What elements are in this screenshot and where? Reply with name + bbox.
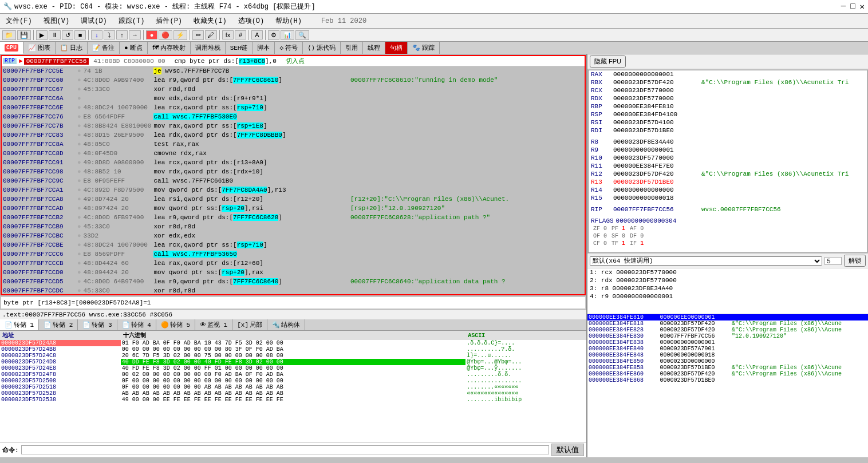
disasm-row[interactable]: 00007FF7FBF7CC7B ● 48:8B8424 E8010000 mo… xyxy=(2,121,585,130)
tb-hash[interactable]: # xyxy=(235,30,246,39)
stack-row[interactable]: 000000EE384FE838 0000000000000001 xyxy=(587,339,868,346)
menu-help[interactable]: 帮助(H) xyxy=(272,15,305,27)
memory-row[interactable]: 0000023DF57D24D8 40 DD FE F8 3D 02 00 00… xyxy=(0,359,586,365)
stack-row[interactable]: 000000EE384FE830 00007FF7FBF7CC56 "12.0.… xyxy=(587,333,868,339)
tb-settings[interactable]: ⚙ xyxy=(268,30,279,40)
tb-extra1[interactable]: 📊 xyxy=(281,30,294,40)
tb-bp[interactable]: ● xyxy=(146,30,157,39)
disasm-row[interactable]: 00007FF7FBF7CCD0 ● 48:894424 20 mov qwor… xyxy=(2,268,585,277)
disasm-row[interactable]: 00007FF7FBF7CC6E ● 48:8DC24 10070000 lea… xyxy=(2,103,585,112)
memory-dump[interactable]: 地址 十六进制 ASCII 0000023DF57D24A8 01 F0 AD … xyxy=(0,331,586,442)
quick-unlock-btn[interactable]: 解锁 xyxy=(844,255,866,267)
tab-script[interactable]: 脚本 xyxy=(252,42,275,54)
disasm-row[interactable]: 00007FF7FBF7CCDC ● 45:33C0 xor r8d,r8d xyxy=(2,286,585,294)
disasm-row[interactable]: 00007FF7FBF7CC76 ● E8 6564FDFF call wvsc… xyxy=(2,112,585,121)
disasm-row[interactable]: 00007FF7FBF7CC83 ● 48:8D15 26EF9500 lea … xyxy=(2,130,585,140)
tab-callstack[interactable]: 调用堆栈 xyxy=(191,42,226,54)
tb-restart[interactable]: ↺ xyxy=(62,30,73,40)
menu-trace[interactable]: 跟踪(T) xyxy=(115,15,148,27)
disasm-row[interactable]: 00007FF7FBF7CCA1 ● 4C:892D F8D79500 mov … xyxy=(2,185,585,195)
tab-thread[interactable]: 线程 xyxy=(363,42,385,54)
tb-step-out[interactable]: ↑ xyxy=(116,30,128,39)
memory-row[interactable]: 0000023DF57D24C8 20 6C 7D F5 3D 02 00 00… xyxy=(0,353,586,359)
tab-graph[interactable]: 📈 图表 xyxy=(23,42,56,54)
disasm-row[interactable]: 00007FF7FBF7CC8A ● 48:85C0 test rax,rax xyxy=(2,140,585,149)
rip-addr[interactable]: 00007FF7FBF7CC56 xyxy=(24,58,89,65)
tb-open[interactable]: 📁 xyxy=(2,30,16,40)
minimize-btn[interactable]: ─ xyxy=(841,2,846,11)
tb-fx[interactable]: fx xyxy=(222,30,234,39)
disasm-row[interactable]: 00007FF7FBF7CC60 ● 4C:8D0D A9B97400 lea … xyxy=(2,76,585,85)
tab-handle[interactable]: 句柄 xyxy=(385,42,408,54)
hide-fpu-btn[interactable]: 隐藏 FPU xyxy=(590,56,626,68)
tb-extra2[interactable]: 🔍 xyxy=(295,30,309,40)
ptab-struct[interactable]: 🔩 结构体 xyxy=(267,319,305,330)
disasm-row[interactable]: 00007FF7FBF7CC9C ● E8 0F95FEFF call wvsc… xyxy=(2,176,585,185)
tab-trace[interactable]: 🐾 跟踪 xyxy=(408,42,440,54)
disasm-row[interactable]: 00007FF7FBF7CCBE ● 48:8DC24 10070000 lea… xyxy=(2,240,585,250)
stack-row[interactable]: 000000EE384FE840 0000023DF57A7901 xyxy=(587,346,868,352)
disasm-row[interactable]: 00007FF7FBF7CCC6 ● E8 8569FDFF call wvsc… xyxy=(2,250,585,259)
memory-row[interactable]: 0000023DF57D2528 AB AB AB AB AB AB AB AB… xyxy=(0,390,586,397)
maximize-btn[interactable]: □ xyxy=(850,2,855,11)
memory-row[interactable]: 0000023DF57D2508 0F 00 00 00 00 00 00 00… xyxy=(0,378,586,384)
tb-stop[interactable]: ■ xyxy=(74,30,86,39)
stack-row[interactable]: 000000EE384FE858 0000023DF57D1BE0 &"C:\\… xyxy=(587,365,868,371)
stack-row[interactable]: 000000EE384FE848 0000000000000018 xyxy=(587,352,868,358)
menu-view[interactable]: 视图(V) xyxy=(40,15,73,27)
tb-font[interactable]: A xyxy=(251,30,263,39)
command-input[interactable] xyxy=(21,445,549,454)
tab-memory-map[interactable]: 🗺 内存映射 xyxy=(148,42,191,54)
tb-hw-bp[interactable]: ⚡ xyxy=(173,30,187,40)
tb-save[interactable]: 💾 xyxy=(17,30,31,40)
disasm-row[interactable]: 00007FF7FBF7CCD5 ● 4C:8D0D 64B97400 lea … xyxy=(2,277,585,286)
disasm-row[interactable]: 00007FF7FBF7CC98 ● 48:8B52 10 mov rdx,qw… xyxy=(2,167,585,176)
ptab-dump4[interactable]: 📄 转储 4 xyxy=(117,319,156,330)
tb-run[interactable]: ▶ xyxy=(36,30,48,40)
ptab-watch[interactable]: 👁 监视 1 xyxy=(195,319,232,330)
disasm-row[interactable]: 00007FF7FBF7CC6A ● mov edx,dword ptr ds:… xyxy=(2,94,585,103)
disasm-row[interactable]: 00007FF7FBF7CCBC ● 33D2 xor edx,edx xyxy=(2,231,585,240)
tab-seh[interactable]: SEH链 xyxy=(226,42,253,54)
memory-row[interactable]: 0000023DF57D24E8 40 FD FE F8 3D 02 00 00… xyxy=(0,365,586,371)
stack-panel[interactable]: 000000EE384FE810 000000EE00000001 000000… xyxy=(587,314,868,457)
memory-row[interactable]: 0000023DF57D2518 0F 00 00 00 00 00 00 00… xyxy=(0,384,586,390)
ptab-dump2[interactable]: 📄 转储 2 xyxy=(39,319,78,330)
disasm-row[interactable]: 00007FF7FBF7CCB2 ● 4C:8D0D 6FB97400 lea … xyxy=(2,213,585,222)
close-btn[interactable]: ✕ xyxy=(860,2,865,11)
disasm-row[interactable]: 00007FF7FBF7CCCB ● 48:8D4424 60 lea rax,… xyxy=(2,259,585,268)
menu-favorites[interactable]: 收藏夹(I) xyxy=(190,15,230,27)
tb-marker[interactable]: 🖊 xyxy=(205,30,217,39)
tb-step-over[interactable]: ⤵ xyxy=(104,30,115,39)
disasm-row[interactable]: 00007FF7FBF7CC8D ● 48:0F45D0 cmovne rdx,… xyxy=(2,149,585,158)
ptab-locals[interactable]: [x] 局部 xyxy=(232,319,267,330)
quick-call-select[interactable]: 默认(x64 快速调用) xyxy=(590,256,822,266)
tb-run-to[interactable]: → xyxy=(129,30,141,39)
disasm-row[interactable]: 00007FF7FBF7CCA8 ● 49:8D7424 20 lea rsi,… xyxy=(2,195,585,204)
ptab-dump3[interactable]: 📄 转储 3 xyxy=(78,319,117,330)
ptab-dump1[interactable]: 📄 转储 1 xyxy=(0,319,39,330)
menu-file[interactable]: 文件(F) xyxy=(2,15,35,27)
memory-row[interactable]: 0000023DF57D24F8 00 02 00 00 00 00 00 00… xyxy=(0,371,586,378)
tb-pause[interactable]: ⏸ xyxy=(49,30,61,39)
tab-cpu[interactable]: CPU xyxy=(0,42,23,54)
menu-plugin[interactable]: 插件(P) xyxy=(152,15,186,27)
tab-reference[interactable]: 引用 xyxy=(341,42,363,54)
disasm-row[interactable]: 00007FF7FBF7CC5E ● 74 1B je wvsc.7FF7FBF… xyxy=(2,66,585,76)
tb-step-into[interactable]: ↓ xyxy=(91,30,102,39)
stack-row[interactable]: 000000EE384FE850 0000023D00000000 xyxy=(587,358,868,365)
memory-row[interactable]: 0000023DF57D24A8 01 F0 AD BA 0F F0 AD BA… xyxy=(0,340,586,346)
tb-pencil[interactable]: ✏ xyxy=(192,30,204,40)
default-btn[interactable]: 默认值 xyxy=(551,444,584,456)
tab-notes[interactable]: 📝 备注 xyxy=(88,42,120,54)
stack-row[interactable]: 000000EE384FE868 0000023DF57D1BE0 xyxy=(587,377,868,383)
tab-symbol[interactable]: ◇ 符号 xyxy=(275,42,303,54)
stack-row[interactable]: 000000EE384FE818 0000023DF57DF420 &"C:\\… xyxy=(587,320,868,327)
disasm-row[interactable]: 00007FF7FBF7CCB9 ● 45:33C0 xor r8d,r8d xyxy=(2,222,585,231)
disasm-row[interactable]: 00007FF7FBF7CC91 ● 49:8D8D A0800000 lea … xyxy=(2,158,585,167)
stack-row[interactable]: 000000EE384FE810 000000EE00000001 xyxy=(587,314,868,320)
tab-breakpoint[interactable]: ● 断点 xyxy=(120,42,148,54)
tab-log[interactable]: 📋 日志 xyxy=(56,42,88,54)
menu-debug[interactable]: 调试(D) xyxy=(77,15,111,27)
tb-mem-bp[interactable]: 🔴 xyxy=(159,30,172,40)
